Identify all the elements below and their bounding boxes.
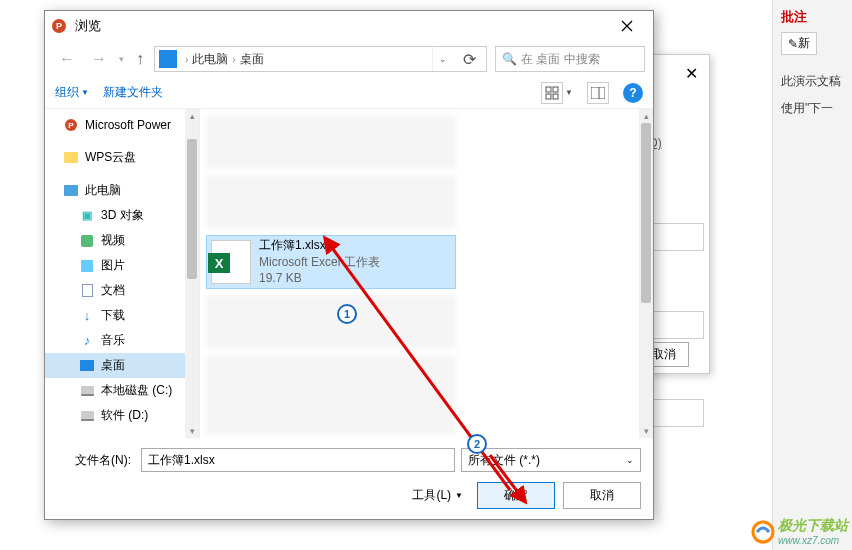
nav-forward-button[interactable]: → xyxy=(85,50,113,68)
svg-rect-7 xyxy=(553,94,558,99)
sidebar-item-label: 软件 (D:) xyxy=(101,407,148,424)
chevron-down-icon: ▼ xyxy=(81,88,89,97)
desktop-icon xyxy=(79,358,95,374)
search-placeholder: 在 桌面 中搜索 xyxy=(521,51,600,68)
scroll-down-icon[interactable]: ▾ xyxy=(639,424,653,438)
file-tile-selected[interactable]: 工作簿1.xlsx Microsoft Excel 工作表 19.7 KB xyxy=(206,235,456,289)
sidebar-item-music[interactable]: ♪ 音乐 xyxy=(45,328,199,353)
help-button[interactable]: ? xyxy=(623,83,643,103)
scroll-down-icon[interactable]: ▾ xyxy=(185,424,199,438)
scroll-thumb[interactable] xyxy=(641,123,651,303)
sidebar-item-label: 图片 xyxy=(101,257,125,274)
sidebar-scrollbar[interactable]: ▴ ▾ xyxy=(185,109,199,438)
sidebar-item-label: 此电脑 xyxy=(85,182,121,199)
file-size: 19.7 KB xyxy=(259,270,380,287)
file-type-filter[interactable]: 所有文件 (*.*) ⌄ xyxy=(461,448,641,472)
file-browse-dialog: P 浏览 ← → ▾ ↑ › 此电脑 › 桌面 ⌄ ⟳ 🔍 在 桌面 中搜索 xyxy=(44,10,654,520)
chevron-right-icon: › xyxy=(232,54,235,65)
refresh-button[interactable]: ⟳ xyxy=(457,50,482,69)
preview-pane-button[interactable] xyxy=(587,82,609,104)
address-bar[interactable]: › 此电脑 › 桌面 ⌄ ⟳ xyxy=(154,46,487,72)
file-tile[interactable] xyxy=(206,175,456,229)
ok-button[interactable]: 确定 xyxy=(477,482,555,509)
sidebar-item-wps[interactable]: WPS云盘 xyxy=(45,145,199,170)
search-icon: 🔍 xyxy=(502,52,517,66)
pc-icon xyxy=(63,183,79,199)
chevron-down-icon: ⌄ xyxy=(626,455,634,465)
video-icon xyxy=(79,233,95,249)
file-tile[interactable] xyxy=(206,115,456,169)
svg-rect-8 xyxy=(591,87,605,99)
music-icon: ♪ xyxy=(79,333,95,349)
bg-panel-title: 批注 xyxy=(781,8,844,26)
breadcrumb-segment[interactable]: 桌面 xyxy=(240,51,264,68)
tools-button[interactable]: 工具(L) ▼ xyxy=(406,485,469,506)
scroll-up-icon[interactable]: ▴ xyxy=(185,109,199,123)
nav-up-button[interactable]: ↑ xyxy=(130,50,150,68)
file-tile[interactable] xyxy=(206,355,456,435)
nav-history-dropdown[interactable]: ▾ xyxy=(117,54,126,64)
document-icon xyxy=(79,283,95,299)
navbar: ← → ▾ ↑ › 此电脑 › 桌面 ⌄ ⟳ 🔍 在 桌面 中搜索 xyxy=(45,41,653,77)
sidebar-item-desktop[interactable]: 桌面 xyxy=(45,353,199,378)
svg-rect-4 xyxy=(546,87,551,92)
file-tile[interactable] xyxy=(206,295,456,349)
view-icon xyxy=(541,82,563,104)
filter-label: 所有文件 (*.*) xyxy=(468,452,540,469)
sidebar-item-3d[interactable]: ▣ 3D 对象 xyxy=(45,203,199,228)
dialog-title: 浏览 xyxy=(75,17,607,35)
new-comment-button[interactable]: ✎ 新 xyxy=(781,32,817,55)
scroll-up-icon[interactable]: ▴ xyxy=(639,109,653,123)
svg-text:P: P xyxy=(68,121,74,130)
scroll-thumb[interactable] xyxy=(187,139,197,279)
excel-file-icon xyxy=(211,240,251,284)
sidebar-item-thispc[interactable]: 此电脑 xyxy=(45,178,199,203)
organize-button[interactable]: 组织 ▼ xyxy=(55,84,89,101)
cancel-button[interactable]: 取消 xyxy=(563,482,641,509)
disk-icon xyxy=(79,408,95,424)
download-icon: ↓ xyxy=(79,308,95,324)
sidebar-item-downloads[interactable]: ↓ 下载 xyxy=(45,303,199,328)
picture-icon xyxy=(79,258,95,274)
chevron-down-icon: ▼ xyxy=(455,491,463,500)
close-icon xyxy=(621,20,633,32)
sidebar-item-powerpoint[interactable]: P Microsoft Power xyxy=(45,113,199,137)
back-close-button[interactable]: ✕ xyxy=(679,61,703,85)
svg-rect-5 xyxy=(553,87,558,92)
sidebar-item-disk-c[interactable]: 本地磁盘 (C:) xyxy=(45,378,199,403)
sidebar-item-label: 3D 对象 xyxy=(101,207,144,224)
breadcrumb-segment[interactable]: 此电脑 xyxy=(192,51,228,68)
sidebar-item-label: Microsoft Power xyxy=(85,118,171,132)
watermark-logo-icon xyxy=(751,520,775,544)
sidebar-item-disk-d[interactable]: 软件 (D:) xyxy=(45,403,199,428)
close-button[interactable] xyxy=(607,12,647,40)
chevron-down-icon: ▼ xyxy=(565,88,573,97)
watermark-url: www.xz7.com xyxy=(778,535,848,546)
filename-input[interactable] xyxy=(141,448,455,472)
sidebar-item-videos[interactable]: 视频 xyxy=(45,228,199,253)
watermark-brand: 极光下载站 xyxy=(778,517,848,535)
search-input[interactable]: 🔍 在 桌面 中搜索 xyxy=(495,46,645,72)
sidebar-item-label: WPS云盘 xyxy=(85,149,136,166)
new-icon: ✎ xyxy=(788,37,798,51)
svg-text:P: P xyxy=(56,21,62,31)
pc-icon xyxy=(159,50,177,68)
powerpoint-icon: P xyxy=(63,117,79,133)
svg-point-14 xyxy=(753,522,773,542)
content-scrollbar[interactable]: ▴ ▾ xyxy=(639,109,653,438)
sidebar-item-documents[interactable]: 文档 xyxy=(45,278,199,303)
3d-icon: ▣ xyxy=(79,208,95,224)
folder-icon xyxy=(63,150,79,166)
sidebar-item-network[interactable]: 🖧 网络 xyxy=(45,436,199,438)
svg-rect-6 xyxy=(546,94,551,99)
nav-back-button[interactable]: ← xyxy=(53,50,81,68)
sidebar-item-label: 音乐 xyxy=(101,332,125,349)
titlebar: P 浏览 xyxy=(45,11,653,41)
address-dropdown[interactable]: ⌄ xyxy=(432,47,453,71)
sidebar-item-label: 文档 xyxy=(101,282,125,299)
bg-text1: 此演示文稿 xyxy=(781,73,844,90)
new-folder-button[interactable]: 新建文件夹 xyxy=(103,84,163,101)
watermark: 极光下载站 www.xz7.com xyxy=(751,517,848,546)
view-mode-button[interactable]: ▼ xyxy=(541,82,573,104)
sidebar-item-pictures[interactable]: 图片 xyxy=(45,253,199,278)
